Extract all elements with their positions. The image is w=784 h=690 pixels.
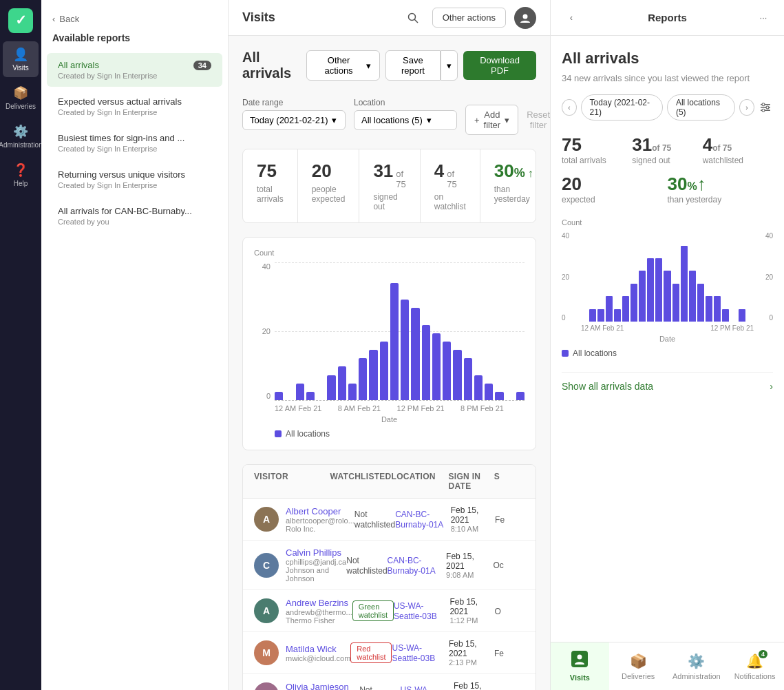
- location-select[interactable]: All locations (5) ▾: [354, 110, 457, 130]
- add-filter-icon: +: [474, 115, 480, 125]
- content-area: All arrivals Other actions ▾ Save report…: [229, 36, 550, 690]
- back-button[interactable]: ‹ Back: [41, 11, 228, 32]
- nav-item-help[interactable]: ❓ Help: [3, 157, 39, 193]
- stat-people-expected: 20 people expected: [298, 149, 360, 222]
- visitor-name-2[interactable]: Calvin Phillips: [286, 547, 346, 558]
- nav-item-admin[interactable]: ⚙️ Administration: [3, 118, 39, 154]
- visitor-name-4[interactable]: Matilda Wick: [286, 644, 350, 654]
- search-button[interactable]: [402, 7, 424, 29]
- svg-point-4: [523, 14, 528, 19]
- save-report-split-button[interactable]: ▾: [441, 50, 458, 81]
- user-avatar[interactable]: [514, 7, 536, 29]
- sidebar-item-sub-expected: Created by Sign In Enterprise: [58, 108, 211, 116]
- location-cell-3[interactable]: US-WA-Seattle-03B: [394, 600, 449, 621]
- panel-nav-notifications-icon: 🔔4: [746, 653, 763, 669]
- add-filter-chevron-icon: ▾: [505, 115, 509, 125]
- svg-point-10: [762, 109, 765, 112]
- panel-nav-deliveries[interactable]: 📦 Deliveries: [609, 642, 668, 690]
- location-cell-5[interactable]: US-WA-Seattle-03B: [401, 684, 454, 690]
- panel-more-button[interactable]: ···: [754, 8, 773, 28]
- panel-nav-admin[interactable]: ⚙️ Administration: [668, 642, 726, 690]
- visitor-name-1[interactable]: Albert Cooper: [286, 506, 354, 516]
- panel-filter-settings-icon[interactable]: [759, 99, 773, 116]
- panel-signed-out-value: 31: [632, 134, 652, 155]
- location-cell-2[interactable]: CAN-BC-Burnaby-01A: [388, 555, 446, 576]
- visitor-company-3: Thermo Fisher: [286, 616, 352, 625]
- sidebar-badge-all-arrivals: 34: [193, 61, 211, 70]
- panel-report-title: All arrivals: [562, 50, 773, 67]
- nav-label-visits: Visits: [12, 64, 29, 72]
- location-cell-4[interactable]: US-WA-Seattle-03B: [392, 642, 449, 663]
- panel-nav-visits-icon: [571, 651, 588, 671]
- chart-bar: [432, 333, 441, 400]
- signed-out-label: signed out: [373, 192, 405, 211]
- report-actions: Other actions ▾ Save report ▾ Download P…: [306, 50, 536, 81]
- chart-bar: [422, 325, 430, 400]
- panel-nav-admin-icon: ⚙️: [688, 653, 705, 669]
- panel-back-button[interactable]: ‹: [562, 8, 581, 28]
- signout-cell-1: Fe: [495, 514, 525, 525]
- panel-total-value: 75: [562, 134, 632, 156]
- app-logo[interactable]: ✓: [8, 8, 33, 33]
- location-cell-1[interactable]: CAN-BC-Burnaby-01A: [395, 509, 450, 530]
- sidebar-item-all-arrivals[interactable]: All arrivals 34 Created by Sign In Enter…: [47, 53, 222, 87]
- panel-chart-bar: [714, 296, 721, 322]
- watchlist-cell-5: Not watchlisted: [359, 684, 400, 690]
- panel-chart-bar: [672, 284, 679, 322]
- panel-total-label: total arrivals: [562, 156, 632, 165]
- panel-filter-next-button[interactable]: ›: [739, 99, 754, 116]
- th-location: Location: [392, 472, 449, 491]
- panel-chart-bar: [597, 309, 604, 322]
- table-row: A Albert Cooper albertcooper@rolo... Rol…: [243, 499, 536, 541]
- right-panel: ‹ Reports ··· All arrivals 34 new arriva…: [550, 0, 784, 690]
- panel-stats-row2: 20 expected 30%↑ than yesterday: [562, 174, 773, 205]
- sidebar-item-expected-vs-actual[interactable]: Expected versus actual arrivals Created …: [47, 90, 222, 123]
- other-actions-chevron-icon: ▾: [366, 61, 371, 71]
- show-all-link[interactable]: Show all arrivals data: [562, 381, 653, 392]
- panel-nav-visits-label: Visits: [570, 673, 590, 682]
- panel-x-title: Date: [562, 335, 773, 343]
- panel-signed-out-label: signed out: [632, 156, 702, 165]
- panel-chart-bar: [606, 296, 613, 322]
- visitor-company-1: Rolo Inc.: [286, 525, 354, 533]
- panel-filter-prev-button[interactable]: ‹: [562, 99, 577, 116]
- chart-bar: [359, 358, 367, 400]
- date-range-select[interactable]: Today (2021-02-21) ▾: [242, 110, 346, 130]
- download-pdf-button[interactable]: Download PDF: [463, 51, 536, 80]
- watchlist-cell-2: Not watchlisted: [346, 555, 387, 576]
- legend-dot-icon: [275, 430, 282, 437]
- table-header: Visitor Watchlisted Location Sign in dat…: [243, 465, 536, 499]
- reset-filter-button[interactable]: Reset filter: [527, 109, 550, 130]
- create-visit-button[interactable]: Other actions: [432, 8, 506, 28]
- panel-watchlisted-label: watchlisted: [703, 156, 773, 165]
- table-row: C Calvin Phillips cphillips@jandj.ca Joh…: [243, 541, 536, 590]
- sidebar-item-returning-unique[interactable]: Returning versus unique visitors Created…: [47, 163, 222, 196]
- visitor-name-5[interactable]: Olivia Jamieson: [286, 682, 359, 691]
- panel-date-filter-tag[interactable]: Today (2021-02-21): [581, 94, 663, 121]
- chart-bar: [390, 283, 399, 400]
- panel-chart-bar: [647, 258, 654, 322]
- visitor-name-3[interactable]: Andrew Berzins: [286, 598, 352, 608]
- nav-item-visits[interactable]: 👤 Visits: [3, 41, 39, 77]
- add-filter-label: Add filter: [484, 109, 501, 130]
- panel-location-filter-tag[interactable]: All locations (5): [667, 94, 735, 121]
- save-report-button[interactable]: Save report: [385, 50, 441, 81]
- other-actions-button[interactable]: Other actions ▾: [306, 50, 379, 81]
- panel-y-axis: 40 20 0: [562, 232, 580, 322]
- total-arrivals-label: total arrivals: [257, 185, 284, 204]
- panel-nav-visits[interactable]: Visits: [551, 642, 609, 690]
- visitor-info-2: Calvin Phillips cphillips@jandj.ca Johns…: [286, 547, 346, 583]
- nav-item-deliveries[interactable]: 📦 Deliveries: [3, 80, 39, 116]
- save-report-wrapper: Save report ▾: [385, 50, 458, 81]
- table-row: A Andrew Berzins andrewb@thermo... Therm…: [243, 590, 536, 632]
- watchlist-value: 4: [434, 160, 444, 182]
- sidebar-item-burnaby[interactable]: All arrivals for CAN-BC-Burnaby... Creat…: [47, 199, 222, 233]
- panel-nav-notifications[interactable]: 🔔4 Notifications: [725, 642, 784, 690]
- visitor-info-1: Albert Cooper albertcooper@rolo... Rolo …: [286, 506, 354, 533]
- show-all-row[interactable]: Show all arrivals data ›: [562, 372, 773, 400]
- panel-nav-deliveries-label: Deliveries: [622, 672, 655, 680]
- sidebar-item-busiest-times[interactable]: Busiest times for sign-ins and ... Creat…: [47, 126, 222, 160]
- panel-stat-expected: 20 expected: [562, 174, 668, 205]
- svg-line-3: [414, 19, 418, 23]
- add-filter-button[interactable]: + Add filter ▾: [465, 105, 518, 135]
